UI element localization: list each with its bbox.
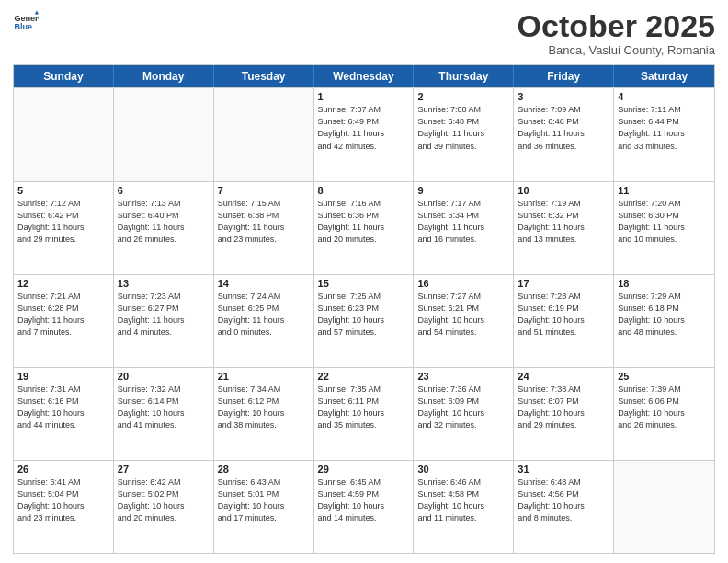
calendar-cell-3-4: 15Sunrise: 7:25 AM Sunset: 6:23 PM Dayli…: [314, 275, 415, 367]
day-number: 23: [417, 371, 509, 382]
cell-info: Sunrise: 7:12 AM Sunset: 6:42 PM Dayligh…: [17, 198, 109, 246]
calendar-cell-2-2: 6Sunrise: 7:13 AM Sunset: 6:40 PM Daylig…: [114, 182, 214, 274]
day-number: 4: [618, 91, 711, 102]
cell-info: Sunrise: 7:39 AM Sunset: 6:06 PM Dayligh…: [618, 384, 711, 431]
header-day-tuesday: Tuesday: [214, 65, 314, 87]
day-number: 7: [218, 185, 310, 196]
calendar-cell-1-4: 1Sunrise: 7:07 AM Sunset: 6:49 PM Daylig…: [314, 88, 415, 180]
calendar-cell-1-6: 3Sunrise: 7:09 AM Sunset: 6:46 PM Daylig…: [514, 88, 614, 180]
day-number: 8: [318, 185, 410, 196]
calendar-row-2: 5Sunrise: 7:12 AM Sunset: 6:42 PM Daylig…: [14, 181, 714, 274]
calendar-cell-1-7: 4Sunrise: 7:11 AM Sunset: 6:44 PM Daylig…: [614, 88, 714, 180]
cell-info: Sunrise: 6:42 AM Sunset: 5:02 PM Dayligh…: [118, 477, 210, 524]
cell-info: Sunrise: 7:17 AM Sunset: 6:34 PM Dayligh…: [417, 198, 509, 246]
calendar-cell-3-2: 13Sunrise: 7:23 AM Sunset: 6:27 PM Dayli…: [114, 275, 214, 367]
day-number: 11: [618, 185, 711, 196]
logo: General Blue: [13, 9, 39, 35]
day-number: 13: [118, 278, 210, 289]
day-number: 18: [618, 278, 711, 289]
day-number: 22: [318, 371, 410, 382]
calendar-cell-4-4: 22Sunrise: 7:35 AM Sunset: 6:11 PM Dayli…: [314, 368, 415, 460]
calendar-cell-5-6: 31Sunrise: 6:48 AM Sunset: 4:56 PM Dayli…: [514, 461, 614, 553]
calendar-cell-5-2: 27Sunrise: 6:42 AM Sunset: 5:02 PM Dayli…: [114, 461, 214, 553]
header-day-thursday: Thursday: [414, 65, 514, 87]
cell-info: Sunrise: 7:35 AM Sunset: 6:11 PM Dayligh…: [318, 384, 410, 431]
day-number: 14: [218, 278, 310, 289]
day-number: 3: [518, 91, 609, 102]
calendar-cell-4-3: 21Sunrise: 7:34 AM Sunset: 6:12 PM Dayli…: [214, 368, 314, 460]
calendar-cell-1-5: 2Sunrise: 7:08 AM Sunset: 6:48 PM Daylig…: [414, 88, 514, 180]
cell-info: Sunrise: 7:21 AM Sunset: 6:28 PM Dayligh…: [17, 291, 109, 339]
calendar-cell-4-2: 20Sunrise: 7:32 AM Sunset: 6:14 PM Dayli…: [114, 368, 214, 460]
calendar-cell-5-5: 30Sunrise: 6:46 AM Sunset: 4:58 PM Dayli…: [414, 461, 514, 553]
calendar-cell-4-5: 23Sunrise: 7:36 AM Sunset: 6:09 PM Dayli…: [414, 368, 514, 460]
calendar-cell-4-7: 25Sunrise: 7:39 AM Sunset: 6:06 PM Dayli…: [614, 368, 714, 460]
header-day-friday: Friday: [514, 65, 614, 87]
day-number: 24: [518, 371, 609, 382]
day-number: 26: [17, 464, 109, 475]
cell-info: Sunrise: 7:09 AM Sunset: 6:46 PM Dayligh…: [518, 104, 609, 152]
svg-marker-2: [35, 10, 39, 14]
calendar-row-4: 19Sunrise: 7:31 AM Sunset: 6:16 PM Dayli…: [14, 367, 714, 460]
day-number: 17: [518, 278, 609, 289]
cell-info: Sunrise: 7:36 AM Sunset: 6:09 PM Dayligh…: [417, 384, 509, 431]
svg-text:General: General: [14, 14, 39, 23]
calendar-cell-4-6: 24Sunrise: 7:38 AM Sunset: 6:07 PM Dayli…: [514, 368, 614, 460]
cell-info: Sunrise: 7:19 AM Sunset: 6:32 PM Dayligh…: [518, 198, 609, 246]
calendar-cell-2-1: 5Sunrise: 7:12 AM Sunset: 6:42 PM Daylig…: [14, 182, 114, 274]
calendar-cell-5-3: 28Sunrise: 6:43 AM Sunset: 5:01 PM Dayli…: [214, 461, 314, 553]
calendar-cell-2-3: 7Sunrise: 7:15 AM Sunset: 6:38 PM Daylig…: [214, 182, 314, 274]
cell-info: Sunrise: 7:31 AM Sunset: 6:16 PM Dayligh…: [17, 384, 109, 431]
cell-info: Sunrise: 7:28 AM Sunset: 6:19 PM Dayligh…: [518, 291, 609, 339]
cell-info: Sunrise: 6:45 AM Sunset: 4:59 PM Dayligh…: [318, 477, 410, 524]
day-number: 1: [318, 91, 410, 102]
header-day-wednesday: Wednesday: [314, 65, 415, 87]
day-number: 31: [518, 464, 609, 475]
calendar-cell-2-6: 10Sunrise: 7:19 AM Sunset: 6:32 PM Dayli…: [514, 182, 614, 274]
cell-info: Sunrise: 7:08 AM Sunset: 6:48 PM Dayligh…: [417, 104, 509, 152]
day-number: 19: [17, 371, 109, 382]
day-number: 28: [218, 464, 310, 475]
cell-info: Sunrise: 7:16 AM Sunset: 6:36 PM Dayligh…: [318, 198, 410, 246]
calendar-cell-2-4: 8Sunrise: 7:16 AM Sunset: 6:36 PM Daylig…: [314, 182, 415, 274]
day-number: 2: [417, 91, 509, 102]
cell-info: Sunrise: 7:20 AM Sunset: 6:30 PM Dayligh…: [618, 198, 711, 246]
calendar-cell-1-2: [114, 88, 214, 180]
cell-info: Sunrise: 7:29 AM Sunset: 6:18 PM Dayligh…: [618, 291, 711, 339]
location-subtitle: Banca, Vaslui County, Romania: [518, 43, 715, 57]
day-number: 5: [17, 185, 109, 196]
logo-icon: General Blue: [13, 9, 39, 35]
cell-info: Sunrise: 6:41 AM Sunset: 5:04 PM Dayligh…: [17, 477, 109, 524]
day-number: 25: [618, 371, 711, 382]
cell-info: Sunrise: 7:15 AM Sunset: 6:38 PM Dayligh…: [218, 198, 310, 246]
day-number: 6: [118, 185, 210, 196]
day-number: 16: [417, 278, 509, 289]
calendar-cell-3-1: 12Sunrise: 7:21 AM Sunset: 6:28 PM Dayli…: [14, 275, 114, 367]
calendar-row-1: 1Sunrise: 7:07 AM Sunset: 6:49 PM Daylig…: [14, 87, 714, 180]
day-number: 21: [218, 371, 310, 382]
calendar-cell-3-3: 14Sunrise: 7:24 AM Sunset: 6:25 PM Dayli…: [214, 275, 314, 367]
header-day-saturday: Saturday: [614, 65, 714, 87]
day-number: 15: [318, 278, 410, 289]
page: General Blue October 2025 Banca, Vaslui …: [0, 0, 728, 563]
header-day-sunday: Sunday: [14, 65, 114, 87]
calendar-cell-5-4: 29Sunrise: 6:45 AM Sunset: 4:59 PM Dayli…: [314, 461, 415, 553]
cell-info: Sunrise: 7:38 AM Sunset: 6:07 PM Dayligh…: [518, 384, 609, 431]
cell-info: Sunrise: 7:32 AM Sunset: 6:14 PM Dayligh…: [118, 384, 210, 431]
header-day-monday: Monday: [114, 65, 214, 87]
cell-info: Sunrise: 6:48 AM Sunset: 4:56 PM Dayligh…: [518, 477, 609, 524]
calendar-cell-3-5: 16Sunrise: 7:27 AM Sunset: 6:21 PM Dayli…: [414, 275, 514, 367]
cell-info: Sunrise: 7:34 AM Sunset: 6:12 PM Dayligh…: [218, 384, 310, 431]
calendar-cell-2-5: 9Sunrise: 7:17 AM Sunset: 6:34 PM Daylig…: [414, 182, 514, 274]
day-number: 10: [518, 185, 609, 196]
cell-info: Sunrise: 7:13 AM Sunset: 6:40 PM Dayligh…: [118, 198, 210, 246]
cell-info: Sunrise: 6:46 AM Sunset: 4:58 PM Dayligh…: [417, 477, 509, 524]
day-number: 29: [318, 464, 410, 475]
cell-info: Sunrise: 7:27 AM Sunset: 6:21 PM Dayligh…: [417, 291, 509, 339]
calendar-row-5: 26Sunrise: 6:41 AM Sunset: 5:04 PM Dayli…: [14, 460, 714, 553]
calendar-cell-2-7: 11Sunrise: 7:20 AM Sunset: 6:30 PM Dayli…: [614, 182, 714, 274]
month-title: October 2025: [518, 9, 715, 43]
header: General Blue October 2025 Banca, Vaslui …: [13, 9, 715, 57]
day-number: 12: [17, 278, 109, 289]
calendar-cell-5-1: 26Sunrise: 6:41 AM Sunset: 5:04 PM Dayli…: [14, 461, 114, 553]
